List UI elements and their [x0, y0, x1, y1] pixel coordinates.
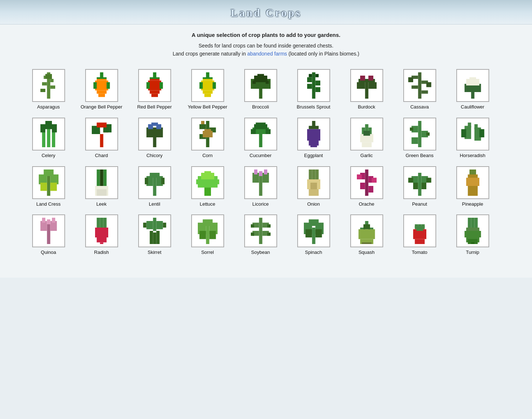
crop-image-15: [350, 118, 383, 151]
svg-rect-9: [95, 80, 108, 90]
crop-item-orache: Orache: [340, 166, 393, 207]
svg-rect-66: [40, 124, 45, 133]
svg-rect-157: [357, 174, 362, 179]
svg-rect-178: [97, 218, 100, 228]
crop-name-17: Horseradish: [460, 153, 485, 159]
svg-rect-186: [156, 221, 163, 229]
crop-image-30: [191, 214, 224, 247]
svg-rect-144: [264, 169, 267, 175]
crop-name-26: Pineapple: [462, 201, 483, 207]
page-title: Land Crops: [0, 7, 532, 19]
svg-rect-127: [97, 189, 106, 196]
svg-rect-176: [52, 218, 55, 223]
crop-image-11: [138, 118, 171, 151]
crop-image-3: [191, 69, 224, 102]
crop-name-20: Lentil: [149, 201, 160, 207]
svg-rect-117: [47, 176, 50, 196]
crop-image-27: [32, 214, 65, 247]
crop-item-corn: Corn: [181, 118, 234, 159]
crop-image-26: [456, 166, 489, 199]
crop-item-celery: Celery: [22, 118, 75, 159]
subtitle: A unique selection of crop plants to add…: [15, 32, 517, 38]
svg-rect-187: [150, 231, 153, 244]
svg-rect-216: [358, 229, 375, 239]
crop-item-eggplant: Eggplant: [287, 118, 340, 159]
svg-rect-159: [418, 173, 421, 196]
svg-rect-5: [40, 89, 45, 92]
crop-image-23: [297, 166, 330, 199]
svg-rect-146: [309, 169, 312, 179]
crop-item-burdock: Burdock: [340, 69, 393, 110]
crop-item-cassava: Cassava: [393, 69, 446, 110]
crop-name-14: Eggplant: [304, 153, 323, 159]
crop-image-22: [244, 166, 277, 199]
crop-image-32: [297, 214, 330, 247]
svg-rect-22: [159, 82, 163, 89]
svg-rect-2: [50, 79, 53, 82]
crop-image-19: [85, 166, 118, 199]
svg-rect-75: [102, 122, 107, 127]
svg-rect-8: [97, 77, 106, 79]
crop-item-asparagus: Asparagus: [22, 69, 75, 110]
svg-rect-13: [93, 82, 97, 89]
svg-rect-207: [312, 228, 315, 244]
crop-item-skirret: Skirret: [128, 214, 181, 256]
svg-rect-56: [426, 82, 431, 87]
crop-item-onion: Onion: [287, 166, 340, 207]
svg-rect-169: [466, 178, 479, 186]
crop-item-brussels-sprout: Brussels Sprout: [287, 69, 340, 110]
crop-image-25: [403, 166, 436, 199]
svg-rect-196: [209, 231, 216, 239]
svg-rect-28: [204, 94, 211, 97]
svg-rect-228: [468, 218, 471, 228]
abandoned-farms-link[interactable]: abandoned farms: [247, 51, 287, 57]
svg-rect-171: [469, 193, 476, 196]
svg-rect-198: [259, 218, 262, 244]
svg-rect-35: [252, 80, 256, 84]
crop-item-broccoli: Broccoli: [234, 69, 287, 110]
crop-name-25: Peanut: [412, 201, 427, 207]
svg-rect-38: [307, 77, 312, 82]
crop-name-28: Radish: [94, 250, 109, 256]
svg-rect-96: [307, 129, 320, 141]
svg-rect-63: [42, 131, 45, 147]
svg-rect-145: [259, 171, 262, 176]
crop-item-sorrel: Sorrel: [181, 214, 234, 256]
crop-item-chard: Chard: [75, 118, 128, 159]
crop-name-30: Sorrel: [201, 250, 214, 256]
crop-image-18: [32, 166, 65, 199]
svg-rect-108: [411, 137, 418, 144]
crop-image-12: [191, 118, 224, 151]
crop-image-28: [85, 214, 118, 247]
svg-rect-110: [426, 132, 430, 136]
crop-name-31: Soybean: [251, 250, 270, 256]
svg-rect-98: [310, 144, 317, 147]
svg-rect-182: [97, 237, 106, 243]
svg-rect-69: [100, 134, 103, 147]
crop-image-35: [456, 214, 489, 247]
svg-rect-87: [201, 121, 204, 124]
svg-rect-212: [309, 220, 318, 226]
svg-rect-158: [371, 178, 377, 183]
crop-name-15: Garlic: [361, 153, 373, 159]
crop-image-7: [403, 69, 436, 102]
crop-image-9: [32, 118, 65, 151]
crop-name-21: Lettuce: [200, 201, 215, 207]
svg-rect-163: [421, 183, 426, 189]
svg-rect-180: [100, 218, 103, 228]
crop-item-pineapple: Pineapple: [446, 166, 499, 207]
crop-item-leek: Leek: [75, 166, 128, 207]
svg-rect-113: [461, 129, 466, 137]
svg-rect-50: [418, 72, 421, 99]
svg-rect-131: [145, 178, 148, 184]
crop-item-chicory: Chicory: [128, 118, 181, 159]
svg-rect-203: [251, 224, 254, 228]
crop-item-soybean: Soybean: [234, 214, 287, 256]
svg-rect-68: [52, 124, 57, 133]
crop-item-squash: Squash: [340, 214, 393, 256]
svg-rect-224: [415, 239, 425, 244]
svg-rect-156: [368, 186, 373, 193]
svg-rect-235: [471, 243, 474, 244]
svg-rect-162: [413, 183, 418, 189]
svg-rect-114: [479, 129, 484, 137]
